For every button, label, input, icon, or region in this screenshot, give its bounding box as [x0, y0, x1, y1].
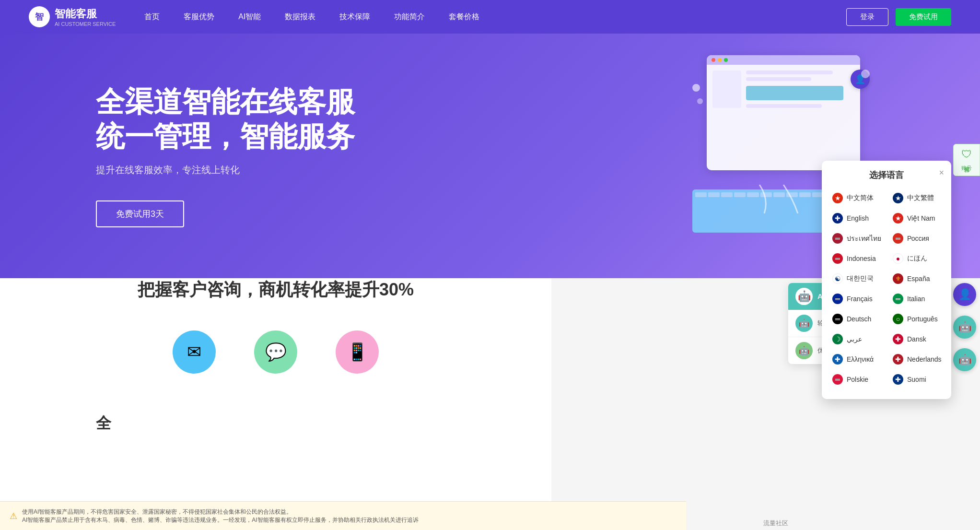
nav-links: 首页 客服优势 AI智能 数据报表 技术保障 功能简介 套餐价格: [144, 12, 846, 22]
nav-tech[interactable]: 技术保障: [339, 12, 370, 22]
flag-gb: ✚: [832, 213, 843, 224]
wechat-channel: 💬: [254, 330, 297, 374]
lang-label-vn: Việt Nam: [907, 214, 935, 222]
other-icon: 📱: [336, 330, 379, 374]
lang-item-vn[interactable]: ★ Việt Nam: [887, 208, 947, 228]
flag-fi: ✚: [893, 374, 903, 385]
lang-item-jp[interactable]: ● にほん: [887, 248, 947, 269]
lang-label-fi: Suomi: [907, 376, 926, 383]
lang-label-pt: Português: [907, 315, 938, 323]
lang-item-dk[interactable]: ✚ Dansk: [887, 329, 947, 349]
nav-ai[interactable]: AI智能: [238, 12, 261, 22]
hero-title: 全渠道智能在线客服 统一管理，智能服务: [96, 85, 683, 154]
lang-label-kr: 대한민국: [847, 274, 874, 283]
lang-item-zh-simple[interactable]: ★ 中文简体: [827, 188, 887, 208]
nav-reports[interactable]: 数据报表: [285, 12, 315, 22]
notice-icon: ⚠: [10, 511, 17, 521]
lang-item-ru[interactable]: ═ Россия: [887, 228, 947, 248]
language-grid: ★ 中文简体 ★ 中文繁體 ✚ English ★ Việt Nam ═ ประ…: [822, 188, 951, 389]
flag-tw: ★: [893, 193, 903, 203]
nav-home[interactable]: 首页: [144, 12, 160, 22]
logo-name: 智能客服: [55, 7, 116, 21]
lang-item-zh-trad[interactable]: ★ 中文繁體: [887, 188, 947, 208]
lang-item-fr[interactable]: ═ Français: [827, 289, 887, 309]
hero-subtitle: 提升在线客服效率，专注线上转化: [96, 164, 683, 177]
lang-label-ru: Россия: [907, 235, 929, 242]
flag-pt: ○: [893, 314, 903, 324]
free-trial-button[interactable]: 免费试用: [896, 8, 951, 26]
notice-text: 使用AI智能客服产品期间，不得危害国家安全、泄露国家秘密，不得侵犯国家社会集体和…: [22, 508, 419, 524]
language-modal: 选择语言 × ★ 中文简体 ★ 中文繁體 ✚ English ★ Việt Na…: [822, 161, 951, 399]
lang-item-de[interactable]: ═ Deutsch: [827, 309, 887, 329]
lang-label-id: Indonesia: [847, 255, 876, 262]
side-avatar-1: 👤: [953, 283, 976, 306]
lang-item-en[interactable]: ✚ English: [827, 208, 887, 228]
flag-cn: ★: [832, 193, 843, 203]
flag-pl: ═: [832, 374, 843, 385]
flag-fr: ═: [832, 294, 843, 304]
channels-row: ✉ 💬 📱: [0, 330, 551, 374]
login-button[interactable]: 登录: [846, 8, 888, 26]
lower-title: 把握客户咨询，商机转化率提升30%: [0, 278, 551, 302]
lang-label-dk: Dansk: [907, 335, 926, 343]
lang-item-id[interactable]: ═ Indonesia: [827, 248, 887, 269]
side-avatars: 👤 🤖 🤖: [953, 283, 976, 371]
lang-item-gr[interactable]: ✚ Ελληνικά: [827, 349, 887, 369]
header-buttons: 登录 免费试用: [846, 8, 951, 26]
lang-item-pt[interactable]: ○ Português: [887, 309, 947, 329]
nav-features[interactable]: 功能简介: [394, 12, 425, 22]
nav-pricing[interactable]: 套餐价格: [449, 12, 479, 22]
side-avatar-2: 🤖: [953, 316, 976, 339]
lang-label-gr: Ελληνικά: [847, 355, 874, 363]
wechat-icon: 💬: [254, 330, 297, 374]
shield-icon: 🛡: [961, 148, 972, 161]
lang-label-th: ประเทศไทย: [847, 233, 881, 244]
lang-label-pl: Polskie: [847, 376, 868, 383]
lang-label-es: España: [907, 275, 930, 283]
language-modal-close[interactable]: ×: [939, 168, 944, 178]
flag-vn: ★: [893, 213, 903, 224]
flag-jp: ●: [893, 253, 903, 264]
flag-id: ═: [832, 253, 843, 264]
connection-lines: [755, 185, 803, 213]
flag-kr: ☯: [832, 273, 843, 284]
lang-label-it: Italian: [907, 295, 925, 303]
nav-advantage[interactable]: 客服优势: [184, 12, 214, 22]
header: 智 智能客服 AI CUSTOMER SERVICE 首页 客服优势 AI智能 …: [0, 0, 980, 34]
flag-th: ═: [832, 233, 843, 244]
lang-label-de: Deutsch: [847, 315, 871, 323]
lang-item-fi[interactable]: ✚ Suomi: [887, 369, 947, 389]
logo-icon: 智: [29, 6, 50, 27]
lang-item-es[interactable]: ⚜ España: [887, 269, 947, 289]
other-channel: 📱: [336, 330, 379, 374]
email-icon: ✉: [173, 330, 216, 374]
flag-de: ═: [832, 314, 843, 324]
lang-item-ar[interactable]: ☽ عربي: [827, 329, 887, 349]
flag-nl: ✚: [893, 354, 903, 365]
lang-label-zh-trad: 中文繁體: [907, 194, 934, 202]
notice-bar: ⚠ 使用AI智能客服产品期间，不得危害国家安全、泄露国家秘密，不得侵犯国家社会集…: [0, 501, 686, 530]
lower-section: 把握客户咨询，商机转化率提升30% ✉ 💬 📱 全: [0, 278, 551, 530]
lang-item-nl[interactable]: ✚ Nederlands: [887, 349, 947, 369]
lang-item-pl[interactable]: ═ Polskie: [827, 369, 887, 389]
flag-ar: ☽: [832, 334, 843, 344]
shield-label2: 账号: [961, 165, 972, 172]
lang-label-nl: Nederlands: [907, 355, 942, 363]
hero-trial-button[interactable]: 免费试用3天: [96, 200, 184, 227]
lang-label-jp: にほん: [907, 254, 927, 263]
side-avatar-3: 🤖: [953, 348, 976, 371]
lang-label-fr: Français: [847, 295, 873, 303]
language-modal-header: 选择语言 ×: [822, 161, 951, 188]
hero-content: 全渠道智能在线客服 统一管理，智能服务 提升在线客服效率，专注线上转化 免费试用…: [96, 85, 683, 227]
footer-community-link[interactable]: 流量社区: [763, 519, 788, 528]
lang-item-th[interactable]: ═ ประเทศไทย: [827, 228, 887, 248]
flag-gr: ✚: [832, 354, 843, 365]
flag-dk: ✚: [893, 334, 903, 344]
side-shield-badge: 🛡 报告风 账号: [953, 144, 980, 176]
email-channel: ✉: [173, 330, 216, 374]
lang-item-it[interactable]: ═ Italian: [887, 289, 947, 309]
lang-item-kr[interactable]: ☯ 대한민국: [827, 269, 887, 289]
lang-label-ar: عربي: [847, 335, 862, 343]
screen-mockup: 👤: [707, 55, 860, 170]
logo-subtitle: AI CUSTOMER SERVICE: [55, 21, 116, 27]
